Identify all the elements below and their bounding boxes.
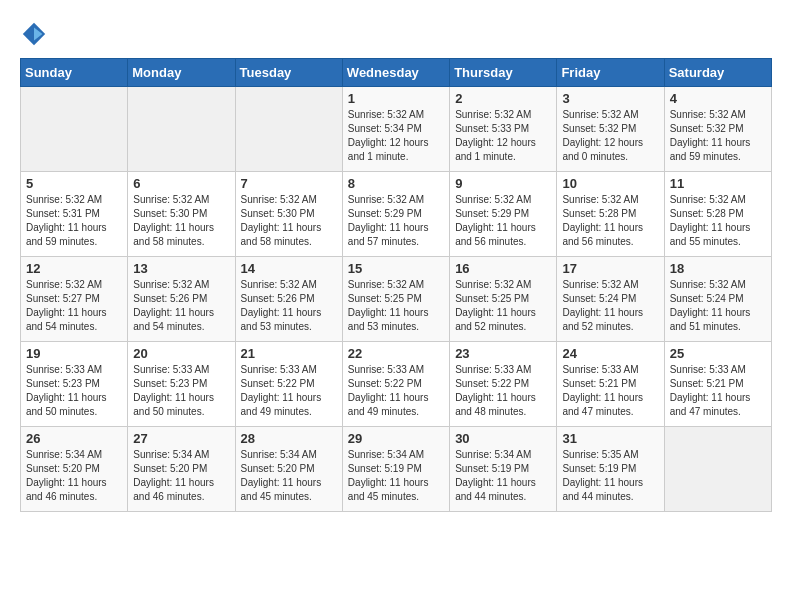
- calendar-cell: 25Sunrise: 5:33 AM Sunset: 5:21 PM Dayli…: [664, 342, 771, 427]
- logo: [20, 20, 52, 48]
- day-number: 31: [562, 431, 658, 446]
- day-number: 3: [562, 91, 658, 106]
- day-info: Sunrise: 5:34 AM Sunset: 5:20 PM Dayligh…: [133, 448, 229, 504]
- day-info: Sunrise: 5:32 AM Sunset: 5:29 PM Dayligh…: [455, 193, 551, 249]
- calendar-cell: 29Sunrise: 5:34 AM Sunset: 5:19 PM Dayli…: [342, 427, 449, 512]
- header-thursday: Thursday: [450, 59, 557, 87]
- day-info: Sunrise: 5:32 AM Sunset: 5:34 PM Dayligh…: [348, 108, 444, 164]
- calendar-week-3: 19Sunrise: 5:33 AM Sunset: 5:23 PM Dayli…: [21, 342, 772, 427]
- day-info: Sunrise: 5:32 AM Sunset: 5:33 PM Dayligh…: [455, 108, 551, 164]
- calendar-cell: [235, 87, 342, 172]
- day-number: 29: [348, 431, 444, 446]
- day-number: 24: [562, 346, 658, 361]
- day-info: Sunrise: 5:33 AM Sunset: 5:21 PM Dayligh…: [670, 363, 766, 419]
- day-info: Sunrise: 5:32 AM Sunset: 5:28 PM Dayligh…: [562, 193, 658, 249]
- page-header: [20, 20, 772, 48]
- day-number: 11: [670, 176, 766, 191]
- day-number: 18: [670, 261, 766, 276]
- calendar-cell: 14Sunrise: 5:32 AM Sunset: 5:26 PM Dayli…: [235, 257, 342, 342]
- header-friday: Friday: [557, 59, 664, 87]
- day-number: 1: [348, 91, 444, 106]
- calendar-cell: 19Sunrise: 5:33 AM Sunset: 5:23 PM Dayli…: [21, 342, 128, 427]
- day-number: 5: [26, 176, 122, 191]
- calendar-cell: 30Sunrise: 5:34 AM Sunset: 5:19 PM Dayli…: [450, 427, 557, 512]
- day-info: Sunrise: 5:32 AM Sunset: 5:31 PM Dayligh…: [26, 193, 122, 249]
- header-monday: Monday: [128, 59, 235, 87]
- calendar-cell: 6Sunrise: 5:32 AM Sunset: 5:30 PM Daylig…: [128, 172, 235, 257]
- day-number: 15: [348, 261, 444, 276]
- day-number: 10: [562, 176, 658, 191]
- day-number: 21: [241, 346, 337, 361]
- day-number: 27: [133, 431, 229, 446]
- calendar-cell: 31Sunrise: 5:35 AM Sunset: 5:19 PM Dayli…: [557, 427, 664, 512]
- calendar-cell: 16Sunrise: 5:32 AM Sunset: 5:25 PM Dayli…: [450, 257, 557, 342]
- day-number: 2: [455, 91, 551, 106]
- calendar-cell: 11Sunrise: 5:32 AM Sunset: 5:28 PM Dayli…: [664, 172, 771, 257]
- calendar-cell: 21Sunrise: 5:33 AM Sunset: 5:22 PM Dayli…: [235, 342, 342, 427]
- day-info: Sunrise: 5:32 AM Sunset: 5:25 PM Dayligh…: [455, 278, 551, 334]
- day-info: Sunrise: 5:32 AM Sunset: 5:30 PM Dayligh…: [133, 193, 229, 249]
- day-number: 17: [562, 261, 658, 276]
- day-info: Sunrise: 5:32 AM Sunset: 5:29 PM Dayligh…: [348, 193, 444, 249]
- day-number: 22: [348, 346, 444, 361]
- day-number: 28: [241, 431, 337, 446]
- calendar-cell: 8Sunrise: 5:32 AM Sunset: 5:29 PM Daylig…: [342, 172, 449, 257]
- day-info: Sunrise: 5:32 AM Sunset: 5:27 PM Dayligh…: [26, 278, 122, 334]
- calendar-header-row: SundayMondayTuesdayWednesdayThursdayFrid…: [21, 59, 772, 87]
- day-number: 7: [241, 176, 337, 191]
- day-number: 23: [455, 346, 551, 361]
- calendar-cell: 10Sunrise: 5:32 AM Sunset: 5:28 PM Dayli…: [557, 172, 664, 257]
- day-info: Sunrise: 5:34 AM Sunset: 5:20 PM Dayligh…: [241, 448, 337, 504]
- calendar-cell: 5Sunrise: 5:32 AM Sunset: 5:31 PM Daylig…: [21, 172, 128, 257]
- day-info: Sunrise: 5:32 AM Sunset: 5:26 PM Dayligh…: [133, 278, 229, 334]
- calendar-table: SundayMondayTuesdayWednesdayThursdayFrid…: [20, 58, 772, 512]
- day-number: 8: [348, 176, 444, 191]
- calendar-cell: 7Sunrise: 5:32 AM Sunset: 5:30 PM Daylig…: [235, 172, 342, 257]
- day-info: Sunrise: 5:34 AM Sunset: 5:19 PM Dayligh…: [455, 448, 551, 504]
- day-info: Sunrise: 5:33 AM Sunset: 5:23 PM Dayligh…: [26, 363, 122, 419]
- calendar-cell: 1Sunrise: 5:32 AM Sunset: 5:34 PM Daylig…: [342, 87, 449, 172]
- day-number: 9: [455, 176, 551, 191]
- day-number: 20: [133, 346, 229, 361]
- calendar-week-2: 12Sunrise: 5:32 AM Sunset: 5:27 PM Dayli…: [21, 257, 772, 342]
- calendar-cell: 3Sunrise: 5:32 AM Sunset: 5:32 PM Daylig…: [557, 87, 664, 172]
- calendar-cell: 4Sunrise: 5:32 AM Sunset: 5:32 PM Daylig…: [664, 87, 771, 172]
- day-info: Sunrise: 5:33 AM Sunset: 5:23 PM Dayligh…: [133, 363, 229, 419]
- day-info: Sunrise: 5:32 AM Sunset: 5:28 PM Dayligh…: [670, 193, 766, 249]
- day-info: Sunrise: 5:33 AM Sunset: 5:21 PM Dayligh…: [562, 363, 658, 419]
- calendar-cell: 13Sunrise: 5:32 AM Sunset: 5:26 PM Dayli…: [128, 257, 235, 342]
- logo-icon: [20, 20, 48, 48]
- day-info: Sunrise: 5:33 AM Sunset: 5:22 PM Dayligh…: [241, 363, 337, 419]
- calendar-cell: 9Sunrise: 5:32 AM Sunset: 5:29 PM Daylig…: [450, 172, 557, 257]
- calendar-cell: [21, 87, 128, 172]
- day-info: Sunrise: 5:32 AM Sunset: 5:30 PM Dayligh…: [241, 193, 337, 249]
- day-info: Sunrise: 5:32 AM Sunset: 5:32 PM Dayligh…: [670, 108, 766, 164]
- day-number: 26: [26, 431, 122, 446]
- day-info: Sunrise: 5:33 AM Sunset: 5:22 PM Dayligh…: [455, 363, 551, 419]
- calendar-cell: 12Sunrise: 5:32 AM Sunset: 5:27 PM Dayli…: [21, 257, 128, 342]
- day-number: 16: [455, 261, 551, 276]
- calendar-cell: 17Sunrise: 5:32 AM Sunset: 5:24 PM Dayli…: [557, 257, 664, 342]
- calendar-cell: [128, 87, 235, 172]
- calendar-week-4: 26Sunrise: 5:34 AM Sunset: 5:20 PM Dayli…: [21, 427, 772, 512]
- day-info: Sunrise: 5:32 AM Sunset: 5:26 PM Dayligh…: [241, 278, 337, 334]
- day-number: 13: [133, 261, 229, 276]
- day-info: Sunrise: 5:32 AM Sunset: 5:25 PM Dayligh…: [348, 278, 444, 334]
- day-number: 30: [455, 431, 551, 446]
- day-number: 6: [133, 176, 229, 191]
- calendar-cell: 27Sunrise: 5:34 AM Sunset: 5:20 PM Dayli…: [128, 427, 235, 512]
- calendar-cell: 15Sunrise: 5:32 AM Sunset: 5:25 PM Dayli…: [342, 257, 449, 342]
- day-info: Sunrise: 5:32 AM Sunset: 5:32 PM Dayligh…: [562, 108, 658, 164]
- day-number: 4: [670, 91, 766, 106]
- calendar-cell: 22Sunrise: 5:33 AM Sunset: 5:22 PM Dayli…: [342, 342, 449, 427]
- day-info: Sunrise: 5:34 AM Sunset: 5:20 PM Dayligh…: [26, 448, 122, 504]
- calendar-cell: 18Sunrise: 5:32 AM Sunset: 5:24 PM Dayli…: [664, 257, 771, 342]
- calendar-cell: 23Sunrise: 5:33 AM Sunset: 5:22 PM Dayli…: [450, 342, 557, 427]
- day-number: 25: [670, 346, 766, 361]
- day-info: Sunrise: 5:32 AM Sunset: 5:24 PM Dayligh…: [670, 278, 766, 334]
- calendar-cell: 24Sunrise: 5:33 AM Sunset: 5:21 PM Dayli…: [557, 342, 664, 427]
- header-saturday: Saturday: [664, 59, 771, 87]
- day-number: 14: [241, 261, 337, 276]
- calendar-cell: [664, 427, 771, 512]
- header-wednesday: Wednesday: [342, 59, 449, 87]
